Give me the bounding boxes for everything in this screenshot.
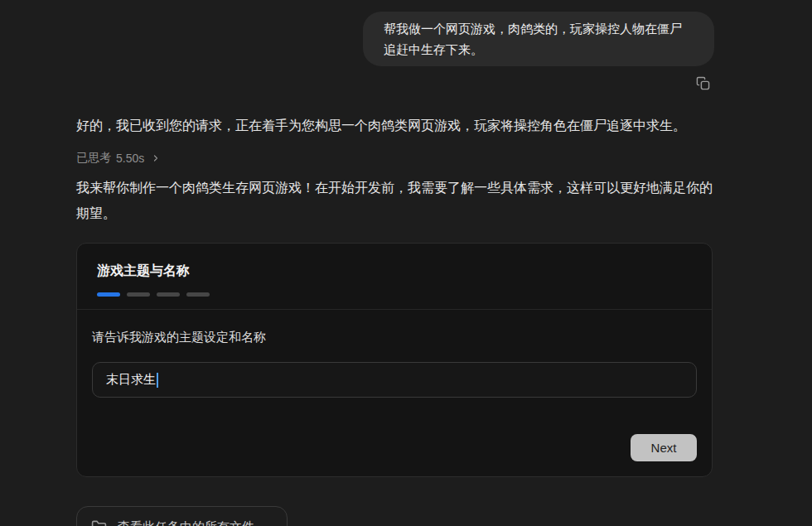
progress-segment-4	[186, 292, 210, 297]
copy-button[interactable]	[696, 76, 710, 90]
thinking-duration: 5.50s	[116, 152, 144, 165]
theme-name-input-value: 末日求生	[106, 372, 156, 388]
form-card-header: 游戏主题与名称	[77, 244, 712, 310]
folder-icon	[91, 519, 107, 526]
view-task-files-label: 查看此任务中的所有文件	[118, 519, 254, 526]
step-progress-bar	[97, 292, 692, 297]
next-button[interactable]: Next	[631, 434, 697, 461]
form-question-text: 请告诉我游戏的主题设定和名称	[92, 330, 697, 345]
user-message-bubble: 帮我做一个网页游戏，肉鸽类的，玩家操控人物在僵尸追赶中生存下来。	[363, 12, 714, 66]
view-task-files-button[interactable]: 查看此任务中的所有文件	[76, 506, 288, 526]
user-message-row: 帮我做一个网页游戏，肉鸽类的，玩家操控人物在僵尸追赶中生存下来。	[0, 12, 812, 66]
chevron-right-icon	[149, 153, 161, 163]
progress-segment-3	[157, 292, 180, 297]
progress-segment-2	[127, 292, 150, 297]
theme-name-input[interactable]: 末日求生	[92, 362, 697, 398]
thinking-label: 已思考	[76, 151, 111, 166]
assistant-ack-text: 好的，我已收到您的请求，正在着手为您构思一个肉鸽类网页游戏，玩家将操控角色在僵尸…	[76, 113, 713, 138]
text-caret	[157, 373, 158, 388]
assistant-intro-text: 我来帮你制作一个肉鸽类生存网页游戏！在开始开发前，我需要了解一些具体需求，这样可…	[76, 175, 713, 226]
chat-page: 帮我做一个网页游戏，肉鸽类的，玩家操控人物在僵尸追赶中生存下来。 好的，我已收到…	[0, 0, 812, 526]
form-card-body: 请告诉我游戏的主题设定和名称 末日求生 Next	[77, 310, 712, 476]
progress-segment-1	[97, 292, 120, 297]
question-form-card: 游戏主题与名称 请告诉我游戏的主题设定和名称 末日求生 Next	[76, 243, 713, 477]
copy-icon	[696, 76, 710, 90]
thinking-summary-toggle[interactable]: 已思考 5.50s	[76, 151, 161, 166]
form-actions: Next	[92, 434, 697, 461]
assistant-message: 好的，我已收到您的请求，正在着手为您构思一个肉鸽类网页游戏，玩家将操控角色在僵尸…	[76, 113, 713, 477]
message-actions-row	[0, 76, 812, 90]
form-card-title: 游戏主题与名称	[97, 263, 692, 280]
